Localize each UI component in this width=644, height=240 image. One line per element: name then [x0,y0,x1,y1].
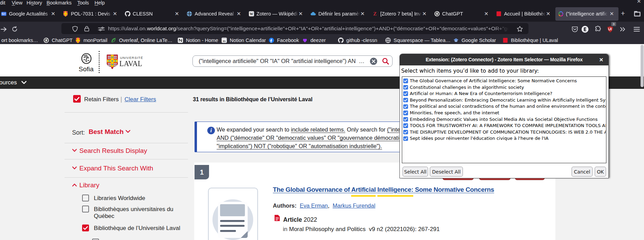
section-expand-this-search[interactable]: Expand This Search With [72,165,153,172]
tab-6[interactable]: Définir les paramèt✕ [308,7,369,21]
menu-view[interactable]: View [12,0,22,7]
menu-history[interactable]: History [27,0,42,7]
bookmark-chatgpt[interactable]: ChatGPT [43,36,72,44]
dialog-close-button[interactable]: ✕ [598,54,604,65]
bookmark-notion-calendar[interactable]: 31Notion Calendar [221,36,266,44]
svg-text:31: 31 [223,39,226,42]
tab-close-icon[interactable]: ✕ [484,11,489,17]
item-title: Constitutional challenges in the algorit… [410,84,606,91]
tab-close-icon[interactable]: ✕ [360,11,365,17]
deselect-all-button[interactable]: Deselect All [430,167,463,177]
result-thumbnail[interactable] [208,188,258,240]
item-checkbox[interactable] [403,85,408,90]
window-close-button[interactable]: ✕ [637,0,642,4]
menu-help[interactable]: Help [95,0,105,7]
library-checkbox-4[interactable] [92,239,99,240]
dialog-title-bar[interactable]: Extension: (Zotero Connector) - Zotero I… [400,54,608,65]
clear-filters-link[interactable]: Clear Filters [125,96,156,103]
bookmark-overleaf-online-late-[interactable]: Overleaf, Online LaTe… [111,36,172,44]
dialog-item-1[interactable]: The Global Governance of Artificial Inte… [402,78,606,84]
overflow-menu-icon[interactable] [618,22,627,36]
tab-close-icon[interactable]: ✕ [545,11,551,17]
dialog-item-list[interactable]: The Global Governance of Artificial Inte… [402,76,606,163]
dialog-item-10[interactable]: Sept idées pour réinventer l'éducation c… [402,135,606,142]
url-text[interactable]: https://ulaval.on.worldcat.org/search?qu… [108,23,511,34]
tab-8[interactable]: ChatGPT✕ [432,7,493,21]
permissions-icon[interactable] [98,23,105,34]
dialog-item-5[interactable]: The political and social contradictions … [402,103,606,110]
bookmark-star-icon[interactable] [517,23,523,34]
ok-button[interactable]: OK [595,167,606,177]
bookmark-squarespace-tablea-[interactable]: Squarespace — Tablea… [385,36,450,44]
item-checkbox[interactable] [403,79,408,83]
result-title-link[interactable]: The Global Governance of Artificial Inte… [273,186,494,194]
library-checkbox-2[interactable] [82,206,89,212]
dialog-item-8[interactable]: TOOLS FOR TRUSTWORTHY AI: A FRAMEWORK TO… [402,123,606,129]
tab-close-icon[interactable]: ✕ [609,11,615,17]
tab-3[interactable]: CLESSN✕ [122,7,184,21]
tab-1[interactable]: GGoogle Actualités -✕ [0,7,60,21]
divider [65,143,188,143]
bookmark-facebook[interactable]: Facebook [269,36,299,44]
tab-9[interactable]: Accueil | Bibliothèq✕ [493,7,555,21]
item-checkbox[interactable] [403,111,408,115]
item-checkbox[interactable] [403,104,408,109]
section-search-results-display[interactable]: Search Results Display [72,147,147,155]
library-checkbox-3[interactable] [82,225,89,231]
cancel-button[interactable]: Cancel [572,167,593,177]
sort-dropdown[interactable]: Best Match [89,128,130,136]
menu-bookmarks[interactable]: Bookmarks [47,0,72,7]
retain-filters-checkbox[interactable] [73,95,81,103]
tab-4[interactable]: Advanced Reveal –✕ [184,7,245,21]
lock-icon[interactable] [84,23,89,34]
bookmark-ort-bookmarks-[interactable]: ort bookmarks… [1,36,38,44]
dialog-item-7[interactable]: Embedding Democratic Values into Social … [402,116,606,123]
page-scrollbar[interactable] [641,45,644,87]
pocket-icon[interactable] [570,22,579,36]
select-all-button[interactable]: Select All [403,167,428,177]
tab-5[interactable]: WZotero — Wikipédi✕ [246,7,307,21]
tab-close-icon[interactable]: ✕ [236,11,241,17]
tab-close-icon[interactable]: ✕ [112,11,118,17]
item-checkbox[interactable] [403,117,408,122]
tab-close-icon[interactable]: ✕ [422,11,427,17]
dialog-item-6[interactable]: Minorities, free speech, and the interne… [402,110,606,116]
forward-button[interactable] [0,22,8,36]
reload-button[interactable] [10,22,19,36]
new-tab-button[interactable]: + [619,10,627,17]
list-all-tabs-button[interactable] [634,11,641,17]
item-checkbox[interactable] [403,91,408,96]
item-checkbox[interactable] [403,123,408,128]
item-checkbox[interactable] [403,98,408,103]
bookmark-notion-home[interactable]: Notion - Home [178,36,218,44]
url-bar[interactable]: https://ulaval.on.worldcat.org/search?qu… [61,23,528,34]
author-link-2[interactable]: Markus Furendal [333,202,375,209]
tab-10[interactable]: ("intelligence artific✕ [555,7,618,21]
author-link-1[interactable]: Eva Erman [300,202,328,209]
tab-close-icon[interactable]: ✕ [50,11,56,17]
item-checkbox[interactable] [403,136,408,141]
bookmark-leaf-icon [111,38,117,43]
dialog-item-4[interactable]: Beyond Personalization: Embracing Democr… [402,97,606,104]
menu-dit[interactable]: dit [0,0,5,7]
library-checkbox-1[interactable] [82,195,89,201]
menu-tools[interactable]: Tools [77,0,89,7]
tab-close-icon[interactable]: ✕ [298,11,304,17]
tab-2[interactable]: POL-7031 : Devis d✕ [60,7,121,21]
dialog-item-9[interactable]: THE DISRUPTIVE DEVELOPMENT OF COMMUNICAT… [402,129,606,136]
item-checkbox[interactable] [403,130,408,135]
tracking-protection-icon[interactable] [72,23,78,34]
extensions-puzzle-icon[interactable] [593,22,603,36]
hamburger-menu-icon[interactable] [632,22,642,36]
extension-e-icon[interactable] [580,22,590,36]
tab-7[interactable]: Z[Zotero 7 beta] Inv✕ [369,7,431,21]
dialog-item-2[interactable]: Constitutional challenges in the algorit… [402,84,606,91]
tab-close-icon[interactable]: ✕ [174,11,180,17]
bookmark-monportail[interactable]: monPortail [75,36,107,44]
bookmark-deezer[interactable]: deezer [302,36,326,44]
bookmark-biblioth-que-ulaval[interactable]: Bibliothèque | ULaval [503,36,558,44]
dialog-item-3[interactable]: Artificial or Human: A New Era of Counte… [402,91,606,97]
bookmark-github-clessn[interactable]: github -clessn [338,36,377,44]
section-library[interactable]: Library [72,181,99,189]
bookmark-google-scholar[interactable]: Google Scholar [453,36,496,44]
